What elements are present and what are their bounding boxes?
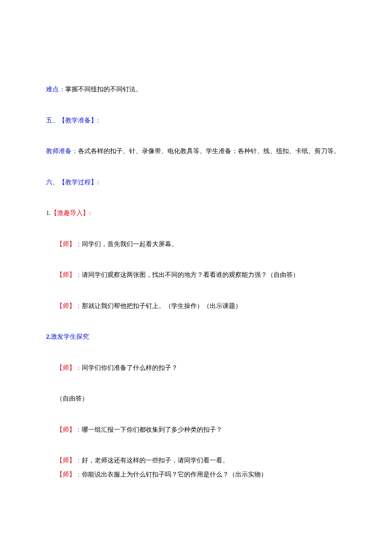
text-teacher-prep: 各式各样的扣子、针、录像带、电化教具等。学生准备：各种针、线、纽扣、卡纸、剪刀等… [78, 148, 340, 154]
subheading-2: 2.激发学生探究 [46, 332, 348, 342]
tag-teacher: 【师】： [56, 471, 82, 478]
label-heading-six: 六、【教学过程】: [46, 179, 99, 186]
tag-teacher: 【师】： [56, 271, 82, 278]
paragraph-teacher-prep: 教师准备：各式各样的扣子、针、录像带、电化教具等。学生准备：各种针、线、纽扣、卡… [46, 146, 348, 156]
tag-teacher: 【师】： [56, 302, 82, 309]
line-teacher-2: 【师】：请同学们观察这两张图，找出不同的地方？看看谁的观察能力强？（自由答） [46, 270, 348, 280]
heading-six: 六、【教学过程】: [46, 177, 348, 187]
line-teacher-1: 【师】：同学们，首先我们一起看大屏幕。 [46, 239, 348, 249]
line-teacher-4: 【师】：同学们你们准备了什么样的扣子？ [46, 363, 348, 373]
label-difficulty: 难点： [46, 86, 65, 93]
heading-five: 五、【教学准备】: [46, 116, 348, 125]
tag-teacher: 【师】： [56, 364, 82, 371]
text-difficulty: 掌握不同纽扣的不同钉法。 [65, 86, 142, 93]
num-2: 2. [46, 333, 51, 340]
subheading-1: 1.【激趣导入】: [46, 208, 348, 218]
label-sub-2: 激发学生探究 [51, 333, 89, 340]
text-teacher-1: 同学们，首先我们一起看大屏幕。 [82, 241, 178, 247]
num-1: 1. [46, 209, 51, 216]
paragraph-difficulty: 难点：掌握不同纽扣的不同钉法。 [46, 84, 348, 94]
text-free-answer: （自由答） [56, 395, 88, 402]
line-teacher-6: 【师】：好，老师这还有这样的一些扣子，请同学们看一看。 [46, 456, 348, 465]
label-teacher-prep: 教师准备： [46, 148, 78, 154]
text-teacher-7: 你能说出衣服上为什么钉扣子吗？它的作用是什么？（出示实物） [82, 471, 267, 478]
label-sub-1: 【激趣导入】: [51, 209, 91, 216]
text-teacher-3: 那就让我们帮他把扣子钉上。（学生操作）（出示课题） [82, 302, 242, 309]
line-teacher-3: 【师】：那就让我们帮他把扣子钉上。（学生操作）（出示课题） [46, 301, 348, 311]
text-teacher-6: 好，老师这还有这样的一些扣子，请同学们看一看。 [82, 457, 229, 464]
line-free-answer: （自由答） [46, 394, 348, 404]
text-teacher-2: 请同学们观察这两张图，找出不同的地方？看看谁的观察能力强？（自由答） [82, 271, 299, 278]
label-heading-five: 五、【教学准备】: [46, 117, 99, 124]
line-teacher-7: 【师】：你能说出衣服上为什么钉扣子吗？它的作用是什么？（出示实物） [46, 470, 348, 479]
line-teacher-5: 【师】：哪一组汇报一下你们都收集到了多少种类的扣子？ [46, 425, 348, 435]
text-teacher-5: 哪一组汇报一下你们都收集到了多少种类的扣子？ [82, 426, 222, 433]
tag-teacher: 【师】： [56, 241, 82, 247]
text-teacher-4: 同学们你们准备了什么样的扣子？ [82, 364, 178, 371]
tag-teacher: 【师】： [56, 457, 82, 464]
tag-teacher: 【师】： [56, 426, 82, 433]
